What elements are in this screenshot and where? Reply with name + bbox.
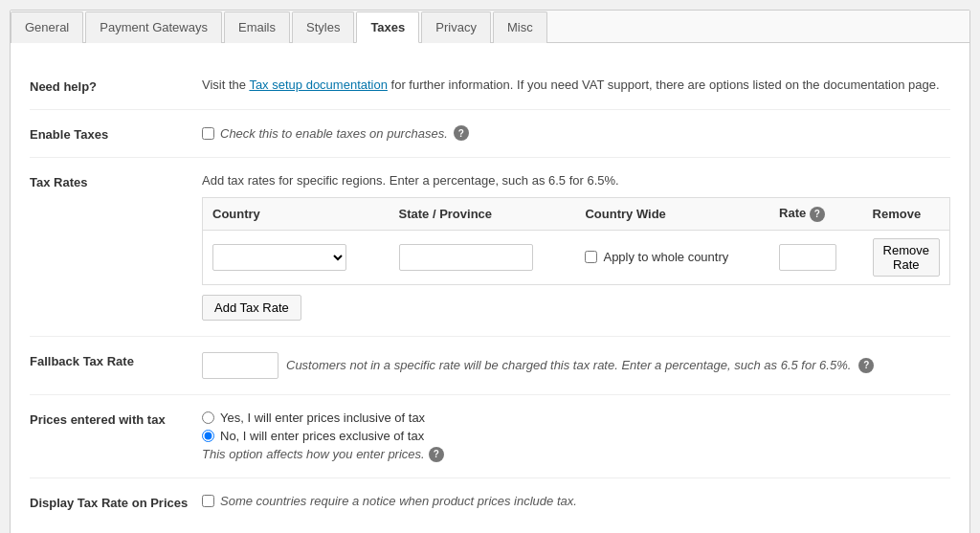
tax-rates-description: Add tax rates for specific regions. Ente… bbox=[202, 173, 950, 188]
col-header-country: Country bbox=[203, 198, 390, 231]
fallback-tax-value: Customers not in a specific rate will be… bbox=[202, 352, 950, 379]
prices-tax-note-text: This option affects how you enter prices… bbox=[202, 447, 425, 461]
fallback-tax-label: Fallback Tax Rate bbox=[30, 352, 202, 368]
enable-taxes-help-icon[interactable]: ? bbox=[454, 125, 469, 141]
col-header-country-wide: Country Wide bbox=[575, 198, 769, 231]
help-suffix: for further information. If you need VAT… bbox=[388, 78, 940, 92]
col-header-rate: Rate ? bbox=[769, 198, 863, 231]
tab-styles[interactable]: Styles bbox=[292, 11, 354, 43]
rate-input[interactable] bbox=[779, 244, 836, 271]
tab-general[interactable]: General bbox=[11, 11, 83, 43]
help-value: Visit the Tax setup documentation for fu… bbox=[202, 78, 950, 92]
country-cell bbox=[203, 230, 390, 284]
tax-setup-link[interactable]: Tax setup documentation bbox=[249, 78, 388, 92]
tab-payment-gateways[interactable]: Payment Gateways bbox=[85, 11, 222, 43]
rate-cell bbox=[769, 230, 863, 284]
settings-page: General Payment Gateways Emails Styles T… bbox=[10, 10, 970, 533]
tax-rates-table: Country State / Province Country Wide Ra… bbox=[202, 197, 950, 285]
enable-taxes-value: Check this to enable taxes on purchases.… bbox=[202, 125, 950, 141]
country-wide-label: Apply to whole country bbox=[603, 250, 728, 264]
country-wide-header-text: Country Wide bbox=[585, 207, 665, 221]
prices-tax-radio2[interactable] bbox=[202, 430, 214, 442]
tax-table-body: Apply to whole country Remove Rate bbox=[203, 230, 950, 284]
help-prefix: Visit the bbox=[202, 78, 249, 92]
tax-rates-row: Tax Rates Add tax rates for specific reg… bbox=[30, 158, 950, 337]
enable-taxes-label: Enable Taxes bbox=[30, 125, 202, 142]
enable-taxes-checkbox[interactable] bbox=[202, 127, 214, 140]
help-text: Visit the Tax setup documentation for fu… bbox=[202, 78, 940, 92]
help-label: Need help? bbox=[30, 78, 202, 94]
remove-cell: Remove Rate bbox=[863, 230, 950, 284]
tab-privacy[interactable]: Privacy bbox=[421, 11, 491, 43]
enable-taxes-control[interactable]: Check this to enable taxes on purchases.… bbox=[202, 125, 950, 141]
rate-help-icon[interactable]: ? bbox=[810, 207, 825, 222]
display-tax-value: Some countries require a notice when pro… bbox=[202, 494, 950, 508]
tax-table-head: Country State / Province Country Wide Ra… bbox=[203, 198, 950, 231]
tax-table-header-row: Country State / Province Country Wide Ra… bbox=[203, 198, 950, 231]
fallback-description: Customers not in a specific rate will be… bbox=[286, 358, 851, 372]
col-header-state: State / Province bbox=[390, 198, 576, 231]
prices-tax-option1: Yes, I will enter prices inclusive of ta… bbox=[202, 411, 950, 425]
prices-tax-row: Prices entered with tax Yes, I will ente… bbox=[30, 395, 950, 478]
display-tax-control[interactable]: Some countries require a notice when pro… bbox=[202, 494, 950, 508]
enable-taxes-row: Enable Taxes Check this to enable taxes … bbox=[30, 110, 950, 158]
tax-rates-value: Add tax rates for specific regions. Ente… bbox=[202, 173, 950, 321]
country-wide-cell: Apply to whole country bbox=[575, 230, 769, 284]
fallback-rate-input[interactable] bbox=[202, 352, 278, 379]
tax-rate-row: Apply to whole country Remove Rate bbox=[203, 230, 950, 284]
country-wide-container: Apply to whole country bbox=[585, 250, 760, 264]
tabs-nav: General Payment Gateways Emails Styles T… bbox=[11, 11, 969, 43]
display-tax-checkbox[interactable] bbox=[202, 495, 214, 507]
enable-taxes-description: Check this to enable taxes on purchases. bbox=[220, 126, 448, 141]
prices-tax-radio1[interactable] bbox=[202, 411, 214, 424]
tax-rates-label: Tax Rates bbox=[30, 173, 202, 189]
fallback-tax-row: Fallback Tax Rate Customers not in a spe… bbox=[30, 337, 950, 395]
state-input[interactable] bbox=[399, 244, 533, 271]
country-select[interactable] bbox=[212, 244, 346, 271]
help-row: Need help? Visit the Tax setup documenta… bbox=[30, 62, 950, 110]
prices-tax-label: Prices entered with tax bbox=[30, 411, 202, 427]
tab-taxes[interactable]: Taxes bbox=[356, 11, 419, 43]
prices-tax-option2: No, I will enter prices exclusive of tax bbox=[202, 429, 950, 443]
col-header-remove: Remove bbox=[863, 198, 950, 231]
prices-tax-value: Yes, I will enter prices inclusive of ta… bbox=[202, 411, 950, 462]
prices-tax-note: This option affects how you enter prices… bbox=[202, 447, 950, 462]
add-tax-rate-button[interactable]: Add Tax Rate bbox=[202, 295, 301, 321]
display-tax-label: Display Tax Rate on Prices bbox=[30, 494, 202, 510]
content-area: Need help? Visit the Tax setup documenta… bbox=[11, 43, 969, 533]
state-cell bbox=[390, 230, 576, 284]
tab-misc[interactable]: Misc bbox=[493, 11, 547, 43]
tab-emails[interactable]: Emails bbox=[224, 11, 290, 43]
display-tax-description: Some countries require a notice when pro… bbox=[220, 494, 577, 508]
rate-header-text: Rate bbox=[779, 206, 806, 220]
fallback-help-icon[interactable]: ? bbox=[858, 358, 874, 373]
country-wide-checkbox[interactable] bbox=[585, 251, 597, 263]
prices-tax-option2-label: No, I will enter prices exclusive of tax bbox=[220, 429, 424, 443]
display-tax-row: Display Tax Rate on Prices Some countrie… bbox=[30, 478, 950, 525]
prices-tax-option1-label: Yes, I will enter prices inclusive of ta… bbox=[220, 411, 425, 425]
fallback-row-container: Customers not in a specific rate will be… bbox=[202, 352, 950, 379]
prices-tax-help-icon[interactable]: ? bbox=[429, 447, 444, 462]
remove-rate-button[interactable]: Remove Rate bbox=[873, 238, 940, 277]
